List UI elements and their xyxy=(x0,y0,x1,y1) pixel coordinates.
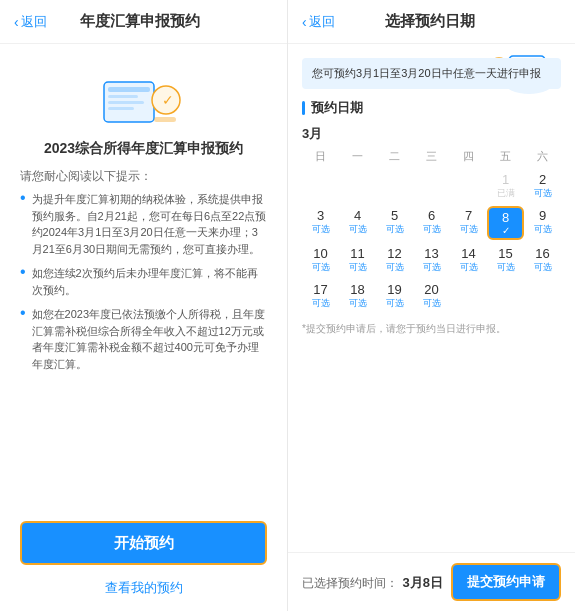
calendar-cell[interactable]: 14可选 xyxy=(450,244,487,276)
cal-day-number: 4 xyxy=(354,208,361,223)
cal-day-number: 20 xyxy=(424,282,438,297)
cal-day-number: 15 xyxy=(498,246,512,261)
cal-day-number: 5 xyxy=(391,208,398,223)
cal-day-status: 可选 xyxy=(386,297,404,310)
right-bottom-bar: 已选择预约时间： 3月8日 提交预约申请 xyxy=(288,552,575,611)
cal-day-status: 可选 xyxy=(349,297,367,310)
calendar-cell[interactable]: 11可选 xyxy=(339,244,376,276)
notice-item-1: • 为提升年度汇算初期的纳税体验，系统提供申报预约服务。自2月21起，您可在每日… xyxy=(20,191,267,257)
cal-day-status: 可选 xyxy=(460,261,478,274)
calendar-grid: 日一二三四五六 1已满2可选3可选4可选5可选6可选7可选8✓9可选10可选11… xyxy=(288,147,575,316)
notice-item-3: • 如您在2023年度已依法预缴个人所得税，且年度汇算需补税但综合所得全年收入不… xyxy=(20,306,267,372)
calendar-cell[interactable]: 2可选 xyxy=(524,170,561,202)
notice-item-2: • 如您连续2次预约后未办理年度汇算，将不能再次预约。 xyxy=(20,265,267,298)
calendar-cell[interactable]: 3可选 xyxy=(302,206,339,240)
appt-section-text: 预约日期 xyxy=(311,99,363,117)
cal-day-status: 可选 xyxy=(534,187,552,200)
cal-day-number: 8 xyxy=(502,210,509,225)
selected-date-info: 已选择预约时间： 3月8日 xyxy=(302,573,443,592)
calendar-row: 3可选4可选5可选6可选7可选8✓9可选 xyxy=(302,206,561,240)
calendar-cell[interactable]: 12可选 xyxy=(376,244,413,276)
calendar-cell[interactable]: 19可选 xyxy=(376,280,413,312)
cal-day-status: 可选 xyxy=(312,223,330,236)
cal-day-number: 17 xyxy=(313,282,327,297)
cal-day-status: 已满 xyxy=(497,187,515,200)
svg-rect-4 xyxy=(108,107,134,110)
cal-day-number: 12 xyxy=(387,246,401,261)
month-label: 3月 xyxy=(288,121,575,147)
footer-note: *提交预约申请后，请您于预约当日进行申报。 xyxy=(288,316,575,340)
cal-day-number: 13 xyxy=(424,246,438,261)
notice-text-1: 为提升年度汇算初期的纳税体验，系统提供申报预约服务。自2月21起，您可在每日6点… xyxy=(32,191,267,257)
right-panel: ‹ 返回 选择预约日期 ★ 您可预约3月1日至3月20日中任意一天进行申报 预约… xyxy=(288,0,575,611)
weekday-header: 五 xyxy=(487,147,524,166)
cal-day-status: 可选 xyxy=(423,261,441,274)
calendar-cell xyxy=(413,170,450,202)
calendar-cell[interactable]: 17可选 xyxy=(302,280,339,312)
left-back-label: 返回 xyxy=(21,13,47,31)
notice-text-3: 如您在2023年度已依法预缴个人所得税，且年度汇算需补税但综合所得全年收入不超过… xyxy=(32,306,267,372)
blue-bar-icon xyxy=(302,101,305,115)
calendar-cell[interactable]: 16可选 xyxy=(524,244,561,276)
svg-rect-7 xyxy=(154,117,176,122)
calendar-header-row: 日一二三四五六 xyxy=(302,147,561,166)
calendar-cell xyxy=(376,170,413,202)
appt-section-label: 预约日期 xyxy=(288,89,575,121)
appt-notice: 您可预约3月1日至3月20日中任意一天进行申报 xyxy=(302,58,561,89)
notice-prompt: 请您耐心阅读以下提示： xyxy=(0,168,287,191)
calendar-cell[interactable]: 13可选 xyxy=(413,244,450,276)
notice-text-2: 如您连续2次预约后未办理年度汇算，将不能再次预约。 xyxy=(32,265,267,298)
cal-day-number: 11 xyxy=(350,246,364,261)
right-back-button[interactable]: ‹ 返回 xyxy=(302,13,335,31)
left-hero-illustration: ✓ xyxy=(0,44,287,140)
cal-check-icon: ✓ xyxy=(502,225,510,236)
cal-day-number: 14 xyxy=(461,246,475,261)
calendar-cell[interactable]: 7可选 xyxy=(450,206,487,240)
cal-day-number: 9 xyxy=(539,208,546,223)
cal-day-status: 可选 xyxy=(349,223,367,236)
calendar-cell[interactable]: 18可选 xyxy=(339,280,376,312)
calendar-cell xyxy=(524,280,561,312)
cal-day-status: 可选 xyxy=(349,261,367,274)
cal-day-status: 可选 xyxy=(386,261,404,274)
bullet-icon-2: • xyxy=(20,263,26,281)
left-main-title: 2023综合所得年度汇算申报预约 xyxy=(0,140,287,168)
calendar-cell xyxy=(450,280,487,312)
calendar-cell: 1已满 xyxy=(487,170,524,202)
submit-button[interactable]: 提交预约申请 xyxy=(451,563,561,601)
weekday-header: 三 xyxy=(413,147,450,166)
right-back-arrow-icon: ‹ xyxy=(302,14,307,30)
calendar-cell[interactable]: 20可选 xyxy=(413,280,450,312)
cal-day-status: 可选 xyxy=(423,297,441,310)
calendar-row: 17可选18可选19可选20可选 xyxy=(302,280,561,312)
my-appointment-link[interactable]: 查看我的预约 xyxy=(0,573,287,611)
calendar-cell xyxy=(450,170,487,202)
start-btn-wrap: 开始预约 xyxy=(0,507,287,573)
cal-day-status: 可选 xyxy=(386,223,404,236)
calendar-cell[interactable]: 9可选 xyxy=(524,206,561,240)
calendar-cell[interactable]: 5可选 xyxy=(376,206,413,240)
calendar-cell[interactable]: 10可选 xyxy=(302,244,339,276)
cal-day-status: 可选 xyxy=(312,297,330,310)
calendar-cell xyxy=(487,280,524,312)
left-back-button[interactable]: ‹ 返回 xyxy=(14,13,47,31)
calendar-cell xyxy=(339,170,376,202)
cal-day-number: 10 xyxy=(313,246,327,261)
svg-text:✓: ✓ xyxy=(162,92,174,108)
weekday-header: 四 xyxy=(450,147,487,166)
notice-list: • 为提升年度汇算初期的纳税体验，系统提供申报预约服务。自2月21起，您可在每日… xyxy=(0,191,287,507)
left-header: ‹ 返回 年度汇算申报预约 xyxy=(0,0,287,44)
calendar-row: 10可选11可选12可选13可选14可选15可选16可选 xyxy=(302,244,561,276)
cal-day-number: 1 xyxy=(502,172,509,187)
calendar-cell[interactable]: 8✓ xyxy=(487,206,524,240)
start-button[interactable]: 开始预约 xyxy=(20,521,267,565)
right-header: ‹ 返回 选择预约日期 xyxy=(288,0,575,44)
calendar-cell[interactable]: 6可选 xyxy=(413,206,450,240)
calendar-cell[interactable]: 15可选 xyxy=(487,244,524,276)
calendar-cell[interactable]: 4可选 xyxy=(339,206,376,240)
left-back-arrow-icon: ‹ xyxy=(14,14,19,30)
bullet-icon-3: • xyxy=(20,304,26,322)
weekday-header: 二 xyxy=(376,147,413,166)
left-panel: ‹ 返回 年度汇算申报预约 ✓ 2023综合所得年度汇算申报预约 请您耐心阅读以… xyxy=(0,0,288,611)
calendar-cell xyxy=(302,170,339,202)
